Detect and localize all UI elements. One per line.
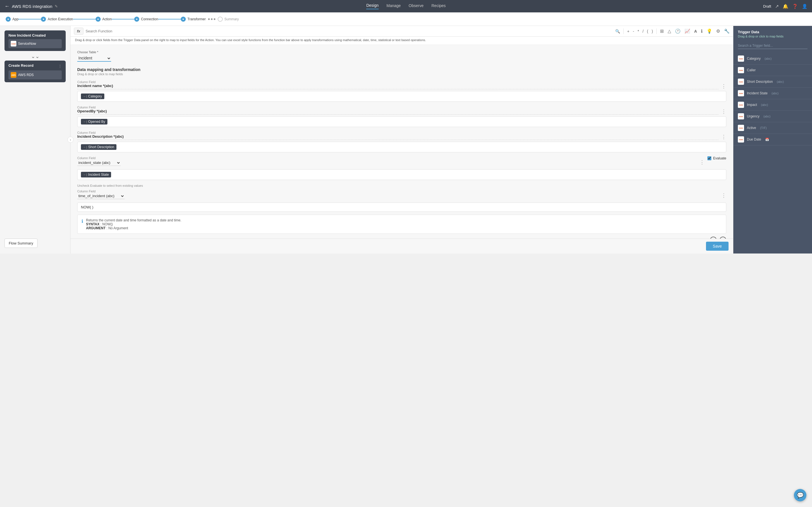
trigger-search-input[interactable]: [738, 43, 808, 49]
top-nav-left: ← AWS RDS integration ✎: [4, 4, 205, 9]
func-separator-1: [623, 29, 624, 34]
field-row-time-incident: Column Field time_of_incident (abc) ⋮: [77, 189, 726, 201]
chart-icon[interactable]: 📈: [684, 29, 690, 34]
step-circle-connection: ●: [134, 17, 139, 22]
trigger-item-icon-urgency: now: [738, 113, 744, 119]
step-app[interactable]: ● App: [6, 17, 18, 22]
trigger-item-icon-category: now: [738, 55, 744, 62]
notifications-icon[interactable]: 🔔: [783, 4, 788, 9]
choose-table-label: Choose Table *: [77, 50, 111, 54]
flow-summary-button[interactable]: Flow Summary: [4, 238, 38, 248]
evaluate-checkbox[interactable]: [707, 156, 711, 160]
func-icons-right: ⊞ △ 🕐 📈 A ℹ 💡 ⚙ 🔧: [660, 29, 730, 34]
settings-func-icon[interactable]: ⚙: [716, 29, 720, 34]
tab-design[interactable]: Design: [366, 3, 378, 9]
step-circle-transformer: ●: [181, 17, 186, 22]
step-label-action: Action: [102, 17, 112, 21]
project-title: AWS RDS integration: [12, 4, 52, 9]
add-field-button[interactable]: +: [719, 237, 726, 238]
step-connection[interactable]: ● Connection: [134, 17, 158, 22]
form-section-title: Data mapping and transformation: [77, 67, 726, 72]
clock-icon[interactable]: 🕐: [675, 29, 680, 34]
trigger-item-incident-state[interactable]: now Incident State (abc): [733, 88, 812, 99]
step-transformer[interactable]: ● Transformer: [181, 17, 206, 22]
func-separator-2: [656, 29, 657, 34]
func-op-divide[interactable]: /: [643, 29, 644, 34]
col-field-dots-5[interactable]: ⋮: [721, 189, 726, 198]
triangle-icon[interactable]: △: [668, 29, 671, 34]
edit-icon[interactable]: ✎: [55, 4, 58, 8]
col-field-dots-1[interactable]: ⋮: [721, 80, 726, 89]
evaluate-hint: Uncheck Evaluate to select from existing…: [77, 184, 726, 187]
step-connector-4: [158, 19, 181, 19]
tab-manage[interactable]: Manage: [387, 3, 401, 9]
choose-table-group: Choose Table * Incident: [77, 50, 111, 62]
tab-observe[interactable]: Observe: [409, 3, 423, 9]
mapping-input-1[interactable]: ←| Category: [77, 91, 726, 102]
step-circle-summary: [218, 17, 223, 22]
trigger-item-active[interactable]: now Active (T/F): [733, 122, 812, 134]
field-info-incident-desc: Column Field Incident Description *(abc): [77, 131, 718, 140]
col-field-dots-4[interactable]: ⋮: [700, 156, 705, 165]
step-action-execution[interactable]: ● Action Execution: [41, 17, 73, 22]
now-input[interactable]: NOW( ): [77, 203, 726, 212]
grid-icon[interactable]: ⊞: [660, 29, 664, 34]
col-field-select-5[interactable]: time_of_incident (abc): [77, 193, 124, 199]
external-link-icon[interactable]: ↗: [775, 4, 779, 9]
func-op-rparen[interactable]: ): [652, 29, 653, 34]
node-more-icon[interactable]: ⋮: [58, 64, 62, 68]
step-connector-3: [112, 19, 134, 19]
col-field-name-3: Incident Description *(abc): [77, 134, 718, 140]
func-op-minus[interactable]: -: [633, 29, 635, 34]
trigger-item-due-date[interactable]: now Due Date 📅: [733, 134, 812, 145]
data-mapping-section: Data mapping and transformation Drag & d…: [77, 67, 726, 238]
field-row-incident-desc: Column Field Incident Description *(abc)…: [77, 131, 726, 140]
remove-field-button[interactable]: −: [710, 237, 717, 238]
step-label-app: App: [12, 17, 18, 21]
main-content: fx 🔍 + - * / ( ) ⊞ △ 🕐 📈 A ℹ 💡 ⚙: [70, 26, 733, 253]
trigger-item-category[interactable]: now Category (abc): [733, 53, 812, 64]
save-button[interactable]: Save: [706, 242, 728, 251]
choose-table-select[interactable]: Incident: [77, 55, 111, 62]
col-field-dots-2[interactable]: ⋮: [721, 106, 726, 114]
func-op-multiply[interactable]: *: [638, 29, 639, 34]
user-icon[interactable]: 👤: [802, 4, 808, 9]
top-nav-right: Draft ↗ 🔔 ❓ 👤: [607, 4, 808, 9]
flow-arrow: ⌄⌄: [4, 53, 66, 59]
node-create-record[interactable]: Create Record ⋮ AWS AWS RDS: [4, 61, 66, 82]
form-section-sub: Drag & drop or click to map fields: [77, 72, 726, 76]
func-op-lparen[interactable]: (: [647, 29, 649, 34]
step-action[interactable]: ● Action: [96, 17, 112, 22]
tab-recipes[interactable]: Recipes: [432, 3, 446, 9]
trigger-item-name-impact: Impact: [747, 103, 757, 107]
search-function-input[interactable]: [86, 29, 613, 33]
step-label-action-execution: Action Execution: [48, 17, 73, 21]
fx-button[interactable]: fx: [74, 27, 84, 35]
trigger-item-impact[interactable]: now Impact (abc): [733, 99, 812, 111]
mapping-input-3[interactable]: ←| Short Description: [77, 142, 726, 152]
step-summary[interactable]: Summary: [218, 17, 239, 22]
plus-minus-row: − +: [77, 237, 726, 238]
form-area: Choose Table * Incident Data mapping and…: [70, 45, 733, 238]
col-field-dots-3[interactable]: ⋮: [721, 131, 726, 139]
help-icon[interactable]: ❓: [792, 4, 798, 9]
trigger-item-urgency[interactable]: now Urgency (abc): [733, 111, 812, 122]
tools-icon[interactable]: 🔧: [724, 29, 730, 34]
info-box: ℹ Returns the current date and time form…: [77, 215, 726, 234]
info-func-icon[interactable]: ℹ: [701, 29, 703, 34]
col-field-select-4[interactable]: incident_state (abc): [77, 160, 121, 166]
back-button[interactable]: ←: [4, 4, 10, 9]
sidebar-collapse-btn[interactable]: ‹: [67, 136, 73, 143]
trigger-item-short-desc[interactable]: now Short Description (abc): [733, 76, 812, 88]
node-aws-label: AWS RDS: [18, 73, 34, 77]
trigger-item-name-category: Category: [747, 57, 761, 61]
text-icon[interactable]: A: [694, 29, 697, 34]
evaluate-checkbox-label[interactable]: Evaluate: [707, 156, 726, 160]
func-op-plus[interactable]: +: [627, 29, 629, 34]
lightbulb-icon[interactable]: 💡: [707, 29, 712, 34]
mapping-input-4[interactable]: ←| Incident State: [77, 169, 726, 180]
step-circle-action: ●: [96, 17, 101, 22]
trigger-item-type-impact: (abc): [761, 103, 768, 107]
mapping-input-2[interactable]: ←| Opened By: [77, 116, 726, 127]
trigger-item-caller[interactable]: now Caller: [733, 64, 812, 76]
